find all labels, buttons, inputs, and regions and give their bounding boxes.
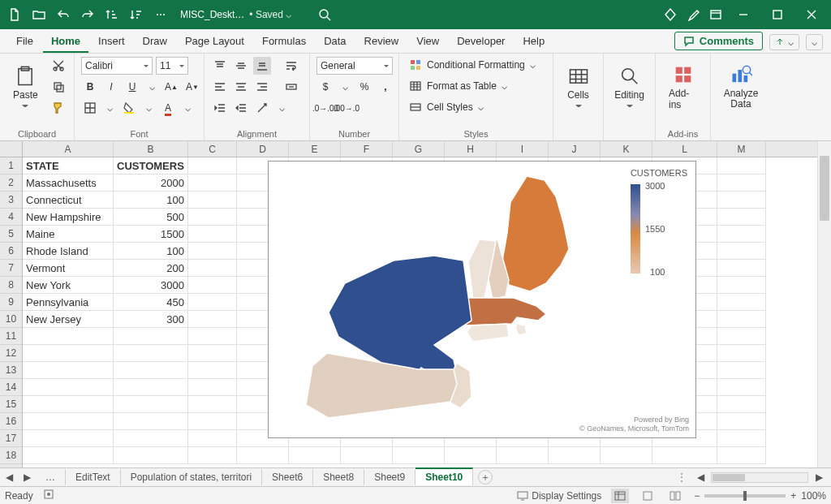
cell[interactable]: New York [23,277,114,294]
align-middle-icon[interactable] [232,57,250,75]
cell[interactable] [717,311,766,328]
cell[interactable] [23,328,114,345]
open-file-icon[interactable] [28,3,50,26]
cell[interactable]: 1500 [114,226,188,243]
row-header[interactable]: 11 [0,328,22,345]
tab-data[interactable]: Data [316,30,354,53]
eyedropper-icon[interactable] [682,3,704,26]
row-header[interactable]: 5 [0,226,22,243]
align-center-icon[interactable] [232,78,250,96]
comma-icon[interactable]: , [377,78,394,96]
tab-help[interactable]: Help [515,30,553,53]
cell[interactable] [717,362,766,379]
cell[interactable]: New Hampshire [23,209,114,226]
sort-asc-icon[interactable] [101,3,123,26]
cell[interactable] [717,226,766,243]
cell[interactable]: CUSTOMERS [114,157,188,174]
cell[interactable] [717,157,766,174]
cell[interactable] [289,447,341,464]
map-chart[interactable]: CUSTOMERS 3000 1550 100 Powered by Bing … [268,161,696,438]
cell[interactable] [114,447,188,464]
font-size-select[interactable]: 11 [156,57,188,75]
tab-page-layout[interactable]: Page Layout [177,30,252,53]
chevron-down-icon[interactable]: ⌵ [102,101,117,115]
col-header[interactable]: K [601,141,652,157]
decrease-indent-icon[interactable] [211,99,229,117]
row-header[interactable]: 7 [0,260,22,277]
cell[interactable] [188,430,237,447]
zoom-in-icon[interactable]: + [790,490,796,502]
macro-record-icon[interactable] [43,489,54,502]
cell[interactable] [188,174,237,192]
cell[interactable]: Connecticut [23,192,114,209]
cell[interactable]: STATE [23,157,114,174]
zoom-out-icon[interactable]: − [694,490,700,502]
cell[interactable] [717,379,766,396]
col-header[interactable]: C [188,141,237,157]
cell[interactable] [717,447,766,464]
cell[interactable] [114,328,188,345]
row-header[interactable]: 14 [0,379,22,396]
wrap-text-icon[interactable] [282,57,300,75]
col-header[interactable]: I [497,141,549,157]
page-layout-view-icon[interactable] [639,489,657,503]
underline-button[interactable]: U [123,78,141,96]
cell[interactable] [717,430,766,447]
col-header[interactable]: M [717,141,766,157]
chevron-down-icon[interactable]: ⌵ [338,80,352,94]
cut-icon[interactable] [50,57,67,75]
cell[interactable] [717,277,766,294]
cell[interactable] [717,209,766,226]
cell[interactable] [188,294,237,311]
cell[interactable] [188,209,237,226]
chevron-down-icon[interactable]: ⌵ [141,101,156,115]
align-bottom-icon[interactable] [253,57,271,75]
row-header[interactable]: 17 [0,430,22,447]
cell[interactable] [341,447,393,464]
cell[interactable] [445,447,497,464]
cell[interactable] [23,362,114,379]
row-header[interactable]: 3 [0,192,22,209]
copy-icon[interactable] [50,78,67,96]
cell[interactable] [188,413,237,430]
cell[interactable] [717,345,766,362]
align-right-icon[interactable] [253,78,271,96]
paste-button[interactable]: Paste [6,57,45,117]
format-as-table-button[interactable]: Format as Table ⌵ [406,78,510,94]
cell[interactable] [717,192,766,209]
page-break-view-icon[interactable] [666,489,684,503]
sheet-tab[interactable]: Sheet10 [416,467,473,485]
chevron-down-icon[interactable]: ⌵ [274,101,289,115]
cell[interactable]: 300 [114,311,188,328]
cell[interactable]: Rhode Island [23,243,114,260]
align-top-icon[interactable] [211,57,229,75]
cell[interactable]: 500 [114,209,188,226]
cell[interactable]: 2000 [114,174,188,192]
cell[interactable] [652,447,717,464]
tab-draw[interactable]: Draw [135,30,175,53]
row-header[interactable]: 9 [0,294,22,311]
cell[interactable] [188,396,237,413]
share-button[interactable]: ⌵ [769,34,799,50]
redo-icon[interactable] [76,3,99,26]
shrink-font-icon[interactable]: A▼ [183,78,201,96]
undo-icon[interactable] [52,3,75,26]
cell[interactable] [188,192,237,209]
cell[interactable] [717,328,766,345]
ribbon-display-icon[interactable] [704,3,727,26]
normal-view-icon[interactable] [611,489,629,503]
col-header[interactable]: J [549,141,601,157]
cell[interactable] [23,413,114,430]
cell[interactable]: 100 [114,192,188,209]
cell[interactable] [188,447,237,464]
sheet-tab[interactable]: Sheet9 [364,469,416,485]
cell[interactable] [23,447,114,464]
sheet-tab[interactable]: Population of states, territori [121,469,262,485]
cell[interactable] [497,447,549,464]
cell[interactable]: 3000 [114,277,188,294]
cell[interactable] [717,174,766,192]
cell[interactable] [114,362,188,379]
row-header[interactable]: 1 [0,157,22,174]
cell[interactable]: Vermont [23,260,114,277]
cell[interactable] [114,345,188,362]
